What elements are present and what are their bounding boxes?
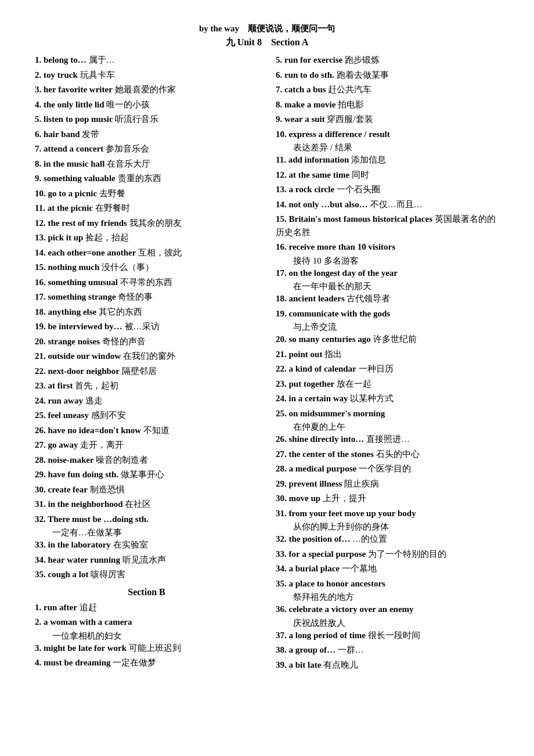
- list-item: 29. have fun doing sth. 做某事开心: [35, 468, 258, 481]
- list-item: 16. receive more than 10 visitors: [276, 240, 499, 254]
- list-item: 28. noise-maker 噪音的制造者: [35, 453, 258, 467]
- list-item: 19. be interviewed by… 被…采访: [35, 320, 258, 333]
- list-item: 34. hear water running 听见流水声: [35, 553, 258, 567]
- list-item: 22. next-door neighbor 隔壁邻居: [35, 365, 258, 378]
- main-columns: 1. belong to… 属于…2. toy truck 玩具卡车3. her…: [35, 53, 499, 673]
- list-item: 25. feel uneasy 感到不安: [35, 409, 258, 422]
- list-item: 11. add information 添加信息: [276, 153, 499, 167]
- list-item: 32. There must be …doing sth.: [35, 513, 258, 526]
- list-item: 38. a group of… 一群…: [276, 643, 499, 657]
- list-item: 29. prevent illness 阻止疾病: [276, 477, 499, 491]
- list-item-extra: 在仲夏的上午: [276, 422, 499, 433]
- list-item: 7. catch a bus 赶公共汽车: [276, 83, 499, 96]
- list-item: 18. anything else 其它的东西: [35, 305, 258, 319]
- list-item: 9. wear a suit 穿西服/套装: [276, 113, 499, 126]
- list-item: 24. in a certain way 以某种方式: [276, 392, 499, 405]
- list-item: 3. her favorite writer 她最喜爱的作家: [35, 83, 258, 96]
- list-item: 19. communicate with the gods: [276, 307, 499, 321]
- list-item-extra: 祭拜祖先的地方: [276, 592, 499, 603]
- list-item: 15. nothing much 没什么（事）: [35, 261, 258, 274]
- right-entries: 5. run for exercise 跑步锻炼6. run to do sth…: [276, 53, 499, 671]
- list-item: 26. shine directly into… 直接照进…: [276, 433, 499, 446]
- left-column: 1. belong to… 属于…2. toy truck 玩具卡车3. her…: [35, 53, 258, 673]
- list-item: 7. attend a concert 参加音乐会: [35, 142, 258, 156]
- list-item: 27. the center of the stones 石头的中心: [276, 448, 499, 461]
- list-item: 31. from your feet move up your body: [276, 507, 499, 520]
- list-item: 9. something valuable 贵重的东西: [35, 172, 258, 185]
- list-item: 22. a kind of calendar 一种日历: [276, 362, 499, 376]
- left-entries: 1. belong to… 属于…2. toy truck 玩具卡车3. her…: [35, 53, 258, 581]
- page-header: by the way 顺便说说，顺便问一句 九 Unit 8 Section A: [35, 23, 499, 49]
- list-item-extra: 接待 10 多名游客: [276, 255, 499, 267]
- list-item: 5. listen to pop music 听流行音乐: [35, 113, 258, 126]
- list-item: 31. in the neighborhood 在社区: [35, 498, 258, 511]
- right-column: 5. run for exercise 跑步锻炼6. run to do sth…: [276, 53, 499, 673]
- list-item: 15. Britain's most famous historical pla…: [276, 213, 499, 239]
- list-item: 8. in the music hall 在音乐大厅: [35, 157, 258, 171]
- list-item: 23. at first 首先，起初: [35, 379, 258, 393]
- list-item: 10. express a difference / result: [276, 128, 499, 141]
- list-item: 14. each other=one another 互相，彼此: [35, 246, 258, 260]
- list-item: 16. something unusual 不寻常的东西: [35, 276, 258, 289]
- list-item: 32. the position of… …的位置: [276, 532, 499, 546]
- list-item-extra: 一定有…在做某事: [35, 527, 258, 538]
- list-item: 34. a burial place 一个墓地: [276, 562, 499, 575]
- list-item: 4. must be dreaming 一定在做梦: [35, 656, 258, 669]
- list-item: 21. point out 指出: [276, 348, 499, 361]
- list-item: 2. a woman with a camera: [35, 615, 258, 629]
- list-item: 1. run after 追赶: [35, 601, 258, 614]
- list-item-extra: 从你的脚上升到你的身体: [276, 521, 499, 532]
- list-item: 14. not only …but also… 不仅…而且…: [276, 198, 499, 211]
- list-item: 20. strange noises 奇怪的声音: [35, 335, 258, 348]
- list-item: 30. move up 上升，提升: [276, 492, 499, 505]
- list-item: 26. have no idea=don't know 不知道: [35, 424, 258, 437]
- list-item: 21. outside our window 在我们的窗外: [35, 350, 258, 363]
- list-item: 13. pick it up 捡起，抬起: [35, 231, 258, 244]
- list-item: 25. on midsummer's morning: [276, 407, 499, 420]
- list-item: 35. a place to honor ancestors: [276, 577, 499, 591]
- list-item-extra: 在一年中最长的那天: [276, 281, 499, 292]
- list-item: 24. run away 逃走: [35, 394, 258, 408]
- list-item: 28. a medical purpose 一个医学目的: [276, 462, 499, 476]
- list-item: 12. the rest of my friends 我其余的朋友: [35, 217, 258, 230]
- list-item: 6. hair band 发带: [35, 128, 258, 141]
- list-item: 3. might be late for work 可能上班迟到: [35, 642, 258, 655]
- list-item: 2. toy truck 玩具卡车: [35, 69, 258, 82]
- list-item: 30. create fear 制造恐惧: [35, 483, 258, 496]
- list-item-extra: 与上帝交流: [276, 322, 499, 333]
- list-item-extra: 庆祝战胜敌人: [276, 618, 499, 629]
- list-item: 12. at the same time 同时: [276, 168, 499, 182]
- list-item: 8. make a movie 拍电影: [276, 98, 499, 111]
- list-item: 33. for a special purpose 为了一个特别的目的: [276, 548, 499, 561]
- list-item: 13. a rock circle 一个石头圈: [276, 183, 499, 196]
- list-item: 33. in the laboratory 在实验室: [35, 538, 258, 552]
- list-item: 20. so many centuries ago 许多世纪前: [276, 333, 499, 346]
- list-item: 23. put together 放在一起: [276, 377, 499, 391]
- list-item: 37. a long period of time 很长一段时间: [276, 629, 499, 642]
- list-item: 39. a bit late 有点晚儿: [276, 658, 499, 672]
- list-item: 1. belong to… 属于…: [35, 53, 258, 67]
- list-item-extra: 表达差异 / 结果: [276, 142, 499, 153]
- list-item: 36. celebrate a victory over an enemy: [276, 603, 499, 616]
- list-item: 6. run to do sth. 跑着去做某事: [276, 69, 499, 82]
- byway-line: by the way 顺便说说，顺便问一句: [35, 23, 499, 34]
- list-item-extra: 一位拿相机的妇女: [35, 631, 258, 642]
- list-item: 10. go to a picnic 去野餐: [35, 187, 258, 200]
- list-item: 4. the only little lid 唯一的小孩: [35, 98, 258, 111]
- list-item: 17. on the longest day of the year: [276, 267, 499, 280]
- list-item: 11. at the picnic 在野餐时: [35, 201, 258, 215]
- list-item: 17. something strange 奇怪的事: [35, 290, 258, 304]
- section-b-title: Section B: [35, 587, 258, 597]
- list-item: 35. cough a lot 咳得厉害: [35, 568, 258, 581]
- list-item: 18. ancient leaders 古代领导者: [276, 292, 499, 305]
- unit-title: 九 Unit 8 Section A: [35, 37, 499, 49]
- list-item: 27. go away 走开，离开: [35, 438, 258, 452]
- section-b-entries: 1. run after 追赶2. a woman with a camera一…: [35, 601, 258, 669]
- list-item: 5. run for exercise 跑步锻炼: [276, 53, 499, 67]
